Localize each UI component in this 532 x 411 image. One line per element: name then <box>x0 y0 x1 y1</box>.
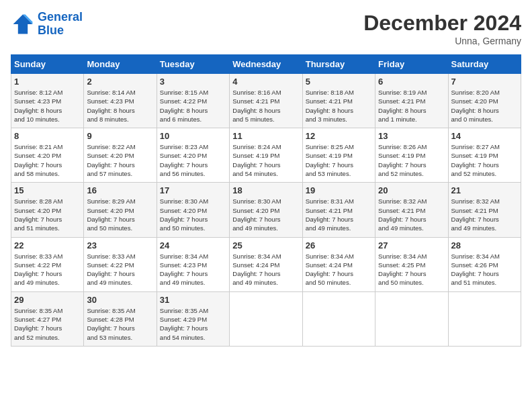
day-number: 11 <box>232 131 299 141</box>
header-monday: Monday <box>84 55 157 74</box>
calendar-cell: 13Sunrise: 8:26 AM Sunset: 4:19 PM Dayli… <box>375 128 448 183</box>
cell-content: Sunrise: 8:32 AM Sunset: 4:21 PM Dayligh… <box>378 197 445 232</box>
calendar-cell: 16Sunrise: 8:29 AM Sunset: 4:20 PM Dayli… <box>84 183 157 237</box>
day-number: 14 <box>451 131 518 141</box>
calendar-cell: 22Sunrise: 8:33 AM Sunset: 4:22 PM Dayli… <box>11 237 84 291</box>
calendar-week-1: 1Sunrise: 8:12 AM Sunset: 4:23 PM Daylig… <box>11 74 521 128</box>
day-number: 4 <box>232 77 299 87</box>
day-number: 21 <box>451 185 518 195</box>
cell-content: Sunrise: 8:22 AM Sunset: 4:20 PM Dayligh… <box>87 142 153 178</box>
day-number: 18 <box>232 185 299 195</box>
calendar-cell: 24Sunrise: 8:34 AM Sunset: 4:23 PM Dayli… <box>157 237 229 291</box>
calendar-cell: 4Sunrise: 8:16 AM Sunset: 4:21 PM Daylig… <box>230 74 302 128</box>
cell-content: Sunrise: 8:34 AM Sunset: 4:24 PM Dayligh… <box>232 252 299 287</box>
cell-content: Sunrise: 8:20 AM Sunset: 4:20 PM Dayligh… <box>451 88 518 124</box>
day-number: 8 <box>14 131 81 141</box>
day-number: 5 <box>306 77 372 87</box>
day-number: 15 <box>14 185 81 195</box>
day-number: 29 <box>14 295 81 305</box>
cell-content: Sunrise: 8:33 AM Sunset: 4:22 PM Dayligh… <box>14 252 81 287</box>
month-title: December 2024 <box>363 11 521 36</box>
cell-content: Sunrise: 8:34 AM Sunset: 4:24 PM Dayligh… <box>306 252 372 287</box>
cell-content: Sunrise: 8:27 AM Sunset: 4:19 PM Dayligh… <box>451 142 518 178</box>
calendar-cell: 15Sunrise: 8:28 AM Sunset: 4:20 PM Dayli… <box>11 183 84 237</box>
day-number: 25 <box>232 240 299 250</box>
cell-content: Sunrise: 8:14 AM Sunset: 4:23 PM Dayligh… <box>87 88 153 124</box>
cell-content: Sunrise: 8:28 AM Sunset: 4:20 PM Dayligh… <box>14 197 81 232</box>
cell-content: Sunrise: 8:30 AM Sunset: 4:20 PM Dayligh… <box>232 197 299 232</box>
cell-content: Sunrise: 8:34 AM Sunset: 4:26 PM Dayligh… <box>451 252 518 287</box>
cell-content: Sunrise: 8:26 AM Sunset: 4:19 PM Dayligh… <box>378 142 445 178</box>
cell-content: Sunrise: 8:35 AM Sunset: 4:28 PM Dayligh… <box>87 306 153 342</box>
calendar-cell: 31Sunrise: 8:35 AM Sunset: 4:29 PM Dayli… <box>157 291 229 346</box>
calendar-week-3: 15Sunrise: 8:28 AM Sunset: 4:20 PM Dayli… <box>11 183 521 237</box>
calendar-cell: 1Sunrise: 8:12 AM Sunset: 4:23 PM Daylig… <box>11 74 84 128</box>
calendar-cell: 19Sunrise: 8:31 AM Sunset: 4:21 PM Dayli… <box>302 183 375 237</box>
calendar-cell: 7Sunrise: 8:20 AM Sunset: 4:20 PM Daylig… <box>448 74 521 128</box>
calendar-week-4: 22Sunrise: 8:33 AM Sunset: 4:22 PM Dayli… <box>11 237 521 291</box>
calendar-cell <box>448 291 521 346</box>
cell-content: Sunrise: 8:12 AM Sunset: 4:23 PM Dayligh… <box>14 88 81 124</box>
cell-content: Sunrise: 8:33 AM Sunset: 4:22 PM Dayligh… <box>87 252 153 287</box>
day-number: 12 <box>306 131 372 141</box>
calendar-cell: 30Sunrise: 8:35 AM Sunset: 4:28 PM Dayli… <box>84 291 157 346</box>
header-tuesday: Tuesday <box>157 55 229 74</box>
calendar-cell: 18Sunrise: 8:30 AM Sunset: 4:20 PM Dayli… <box>230 183 302 237</box>
logo: General Blue <box>11 11 83 38</box>
calendar-cell <box>230 291 302 346</box>
day-number: 9 <box>87 131 153 141</box>
day-number: 28 <box>451 240 518 250</box>
page-header: General Blue December 2024 Unna, Germany <box>11 11 521 46</box>
calendar-cell: 28Sunrise: 8:34 AM Sunset: 4:26 PM Dayli… <box>448 237 521 291</box>
cell-content: Sunrise: 8:29 AM Sunset: 4:20 PM Dayligh… <box>87 197 153 232</box>
cell-content: Sunrise: 8:19 AM Sunset: 4:21 PM Dayligh… <box>378 88 445 124</box>
header-sunday: Sunday <box>11 55 84 74</box>
day-number: 27 <box>378 240 445 250</box>
day-number: 16 <box>87 185 153 195</box>
calendar-cell: 17Sunrise: 8:30 AM Sunset: 4:20 PM Dayli… <box>157 183 229 237</box>
cell-content: Sunrise: 8:18 AM Sunset: 4:21 PM Dayligh… <box>306 88 372 124</box>
day-number: 24 <box>160 240 226 250</box>
calendar-cell <box>375 291 448 346</box>
calendar-header-row: SundayMondayTuesdayWednesdayThursdayFrid… <box>11 55 521 74</box>
calendar-table: SundayMondayTuesdayWednesdayThursdayFrid… <box>11 54 521 347</box>
calendar-cell: 25Sunrise: 8:34 AM Sunset: 4:24 PM Dayli… <box>230 237 302 291</box>
day-number: 3 <box>160 77 226 87</box>
cell-content: Sunrise: 8:34 AM Sunset: 4:23 PM Dayligh… <box>160 252 226 287</box>
header-saturday: Saturday <box>448 55 521 74</box>
calendar-week-2: 8Sunrise: 8:21 AM Sunset: 4:20 PM Daylig… <box>11 128 521 183</box>
cell-content: Sunrise: 8:35 AM Sunset: 4:29 PM Dayligh… <box>160 306 226 342</box>
calendar-cell: 3Sunrise: 8:15 AM Sunset: 4:22 PM Daylig… <box>157 74 229 128</box>
day-number: 6 <box>378 77 445 87</box>
calendar-cell: 11Sunrise: 8:24 AM Sunset: 4:19 PM Dayli… <box>230 128 302 183</box>
cell-content: Sunrise: 8:34 AM Sunset: 4:25 PM Dayligh… <box>378 252 445 287</box>
calendar-cell: 27Sunrise: 8:34 AM Sunset: 4:25 PM Dayli… <box>375 237 448 291</box>
location: Unna, Germany <box>363 36 521 46</box>
calendar-cell: 20Sunrise: 8:32 AM Sunset: 4:21 PM Dayli… <box>375 183 448 237</box>
calendar-cell: 21Sunrise: 8:32 AM Sunset: 4:21 PM Dayli… <box>448 183 521 237</box>
title-area: December 2024 Unna, Germany <box>363 11 521 46</box>
calendar-cell: 29Sunrise: 8:35 AM Sunset: 4:27 PM Dayli… <box>11 291 84 346</box>
cell-content: Sunrise: 8:25 AM Sunset: 4:19 PM Dayligh… <box>306 142 372 178</box>
day-number: 2 <box>87 77 153 87</box>
day-number: 10 <box>160 131 226 141</box>
calendar-cell <box>302 291 375 346</box>
calendar-week-5: 29Sunrise: 8:35 AM Sunset: 4:27 PM Dayli… <box>11 291 521 346</box>
calendar-cell: 23Sunrise: 8:33 AM Sunset: 4:22 PM Dayli… <box>84 237 157 291</box>
day-number: 7 <box>451 77 518 87</box>
calendar-cell: 6Sunrise: 8:19 AM Sunset: 4:21 PM Daylig… <box>375 74 448 128</box>
day-number: 23 <box>87 240 153 250</box>
day-number: 19 <box>306 185 372 195</box>
cell-content: Sunrise: 8:32 AM Sunset: 4:21 PM Dayligh… <box>451 197 518 232</box>
cell-content: Sunrise: 8:30 AM Sunset: 4:20 PM Dayligh… <box>160 197 226 232</box>
calendar-cell: 14Sunrise: 8:27 AM Sunset: 4:19 PM Dayli… <box>448 128 521 183</box>
cell-content: Sunrise: 8:31 AM Sunset: 4:21 PM Dayligh… <box>306 197 372 232</box>
header-thursday: Thursday <box>302 55 375 74</box>
calendar-cell: 2Sunrise: 8:14 AM Sunset: 4:23 PM Daylig… <box>84 74 157 128</box>
day-number: 1 <box>14 77 81 87</box>
cell-content: Sunrise: 8:35 AM Sunset: 4:27 PM Dayligh… <box>14 306 81 342</box>
day-number: 17 <box>160 185 226 195</box>
day-number: 20 <box>378 185 445 195</box>
calendar-cell: 10Sunrise: 8:23 AM Sunset: 4:20 PM Dayli… <box>157 128 229 183</box>
logo-text: General Blue <box>38 11 83 38</box>
